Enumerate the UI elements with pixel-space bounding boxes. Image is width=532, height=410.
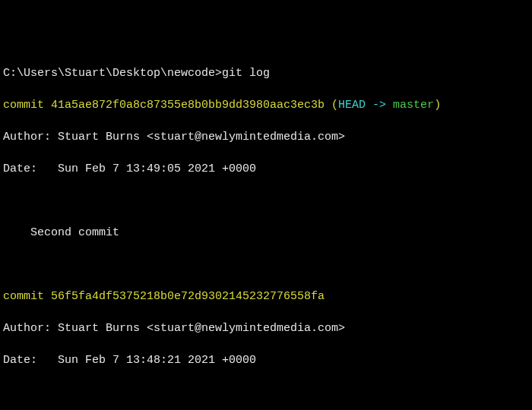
head-open: ( bbox=[325, 99, 338, 112]
commit-line-1: commit 41a5ae872f0a8c87355e8b0bb9dd3980a… bbox=[3, 97, 529, 113]
path: C:\Users\Stuart\Desktop\newcode> bbox=[3, 67, 222, 80]
head-label: HEAD -> bbox=[338, 99, 393, 112]
commit-line-2: commit 56f5fa4df5375218b0e72d93021452327… bbox=[3, 289, 529, 304]
date-line-2: Date: Sun Feb 7 13:48:21 2021 +0000 bbox=[3, 352, 529, 368]
prompt-line-1[interactable]: C:\Users\Stuart\Desktop\newcode>git log bbox=[3, 65, 529, 81]
head-close: ) bbox=[434, 99, 441, 112]
author-line-1: Author: Stuart Burns <stuart@newlyminted… bbox=[3, 129, 529, 145]
command: git log bbox=[222, 67, 270, 80]
blank bbox=[3, 193, 529, 209]
branch-name: master bbox=[393, 99, 434, 112]
commit-prefix: commit bbox=[3, 99, 51, 112]
commit-message-1: Second commit bbox=[3, 225, 529, 241]
commit-hash: 41a5ae872f0a8c87355e8b0bb9dd3980aac3ec3b bbox=[51, 99, 325, 112]
author-line-2: Author: Stuart Burns <stuart@newlyminted… bbox=[3, 320, 529, 336]
blank bbox=[3, 257, 529, 273]
blank bbox=[3, 384, 529, 400]
commit-hash: 56f5fa4df5375218b0e72d9302145232776558fa bbox=[51, 290, 325, 303]
date-line-1: Date: Sun Feb 7 13:49:05 2021 +0000 bbox=[3, 161, 529, 177]
commit-prefix: commit bbox=[3, 290, 51, 303]
